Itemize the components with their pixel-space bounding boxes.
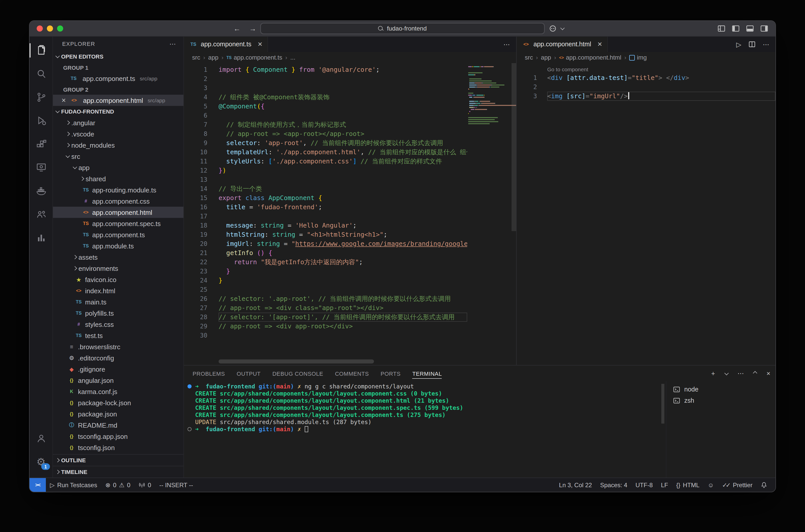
profile-icon[interactable] — [30, 426, 53, 450]
breadcrumb[interactable]: src›app›TSapp.component.ts›... — [184, 52, 516, 63]
code-line[interactable]: title = 'fudao-frontend'; — [219, 203, 467, 212]
code-line[interactable] — [219, 285, 467, 294]
maximize-panel-icon[interactable] — [751, 369, 760, 378]
terminal-instance-node[interactable]: node — [666, 384, 775, 395]
tree-file[interactable]: ⓘREADME.md — [53, 419, 183, 431]
code-line[interactable]: import { Component } from '@angular/core… — [219, 65, 467, 74]
panel-tab-ports[interactable]: PORTS — [381, 365, 400, 381]
code-line[interactable]: return "我是getInfo方法中返回的内容"; — [219, 258, 467, 267]
feedback-smiley[interactable]: ☺ — [703, 482, 718, 488]
toggle-panel-icon[interactable] — [746, 24, 754, 33]
open-editor-item[interactable]: TSapp.component.tssrc/app — [53, 73, 183, 84]
command-center-search[interactable]: fudao-frontend — [260, 23, 545, 34]
breadcrumb-item[interactable]: src — [525, 54, 533, 61]
terminal-instance-zsh[interactable]: zsh — [666, 395, 775, 406]
code-line[interactable] — [219, 175, 467, 184]
panel-tab-comments[interactable]: COMMENTS — [335, 365, 369, 381]
toggle-sidebar-icon[interactable] — [732, 24, 740, 33]
breadcrumb-item[interactable]: app — [208, 54, 218, 61]
layout-customize-icon[interactable] — [717, 24, 726, 33]
tree-file[interactable]: #styles.css — [53, 319, 183, 330]
chart-icon[interactable] — [30, 226, 53, 249]
tree-folder[interactable]: shared — [53, 173, 183, 184]
code-line[interactable]: getInfo () { — [219, 248, 467, 258]
terminal-scrollbar[interactable] — [661, 384, 664, 423]
tree-file[interactable]: {}package-lock.json — [53, 397, 183, 408]
panel-tab-problems[interactable]: PROBLEMS — [193, 365, 225, 381]
more-actions-icon[interactable]: ⋯ — [169, 40, 176, 48]
tree-file[interactable]: TSapp.component.ts — [53, 229, 183, 240]
tree-folder[interactable]: assets — [53, 251, 183, 263]
tree-file[interactable]: TSapp.component.spec.ts — [53, 218, 183, 229]
search-icon[interactable] — [30, 62, 53, 86]
vertical-scrollbar[interactable] — [512, 63, 516, 231]
command-pending-decoration-icon[interactable] — [187, 427, 191, 431]
code-line[interactable] — [219, 83, 467, 93]
open-editors-header[interactable]: OPEN EDITORS — [53, 51, 183, 62]
code-line[interactable]: message: string = 'Hello Angular'; — [219, 221, 467, 230]
close-icon[interactable]: ✕ — [60, 97, 67, 103]
more-actions-icon[interactable]: ⋯ — [504, 40, 510, 48]
minimize-window-button[interactable] — [47, 25, 53, 32]
more-actions-icon[interactable]: ⋯ — [763, 40, 769, 48]
panel-tab-output[interactable]: OUTPUT — [237, 365, 261, 381]
tree-folder[interactable]: .angular — [53, 117, 183, 128]
breadcrumb-item[interactable]: TSapp.component.ts — [226, 54, 282, 61]
code-line[interactable] — [219, 74, 467, 83]
tree-file[interactable]: TSpolyfills.ts — [53, 307, 183, 319]
settings-gear-icon[interactable]: ⚙ 1 — [30, 450, 53, 473]
indentation[interactable]: Spaces: 4 — [596, 481, 632, 489]
remote-explorer-icon[interactable] — [30, 156, 53, 179]
breadcrumb-item[interactable]: app — [541, 54, 551, 61]
source-control-icon[interactable] — [30, 86, 53, 109]
new-terminal-icon[interactable]: + — [711, 369, 715, 377]
cursor-position[interactable]: Ln 3, Col 22 — [555, 481, 596, 489]
breadcrumb[interactable]: src›app›<>app.component.html›img — [517, 52, 775, 63]
code-line[interactable]: templateUrl: './app.component.html', // … — [219, 148, 467, 157]
panel-tab-terminal[interactable]: TERMINAL — [412, 365, 442, 381]
tree-file[interactable]: TStest.ts — [53, 330, 183, 341]
code-line[interactable]: htmlString: string = "<h1>htmlString<h1>… — [219, 230, 467, 239]
forward-arrow-icon[interactable]: → — [249, 24, 256, 33]
close-icon[interactable]: ✕ — [258, 41, 263, 48]
problems-status[interactable]: ⊗ 0 ⚠ 0 — [101, 478, 134, 492]
tab-app-component-html[interactable]: <> app.component.html ✕ — [517, 37, 608, 52]
code-line[interactable]: // 组件类 被@Component装饰器装饰 — [219, 93, 467, 102]
tree-folder[interactable]: node_modules — [53, 139, 183, 151]
tree-file[interactable]: TSapp.module.ts — [53, 240, 183, 251]
language-mode[interactable]: {} HTML — [672, 481, 703, 489]
code-line[interactable] — [547, 82, 775, 92]
explorer-icon[interactable] — [30, 39, 53, 62]
eol-sequence[interactable]: LF — [657, 481, 672, 489]
tree-file[interactable]: ◆.gitignore — [53, 363, 183, 375]
open-editor-item[interactable]: ✕<>app.component.htmlsrc/app — [53, 95, 183, 106]
code-line[interactable] — [219, 212, 467, 221]
tree-folder[interactable]: .vscode — [53, 128, 183, 139]
run-debug-icon[interactable] — [30, 109, 53, 132]
code-line[interactable] — [219, 111, 467, 120]
tree-file[interactable]: <>app.component.html — [53, 207, 183, 218]
code-line[interactable]: // selector: '[app-root]', // 当前组件调用的时候你… — [219, 312, 467, 322]
terminal[interactable]: ➜ fudao-frontend git:(main) ✗ ng g c sha… — [184, 381, 666, 477]
tree-file[interactable]: <>index.html — [53, 285, 183, 296]
code-line[interactable]: // app-root => <app-root></app-root> — [219, 129, 467, 138]
tree-file[interactable]: {}angular.json — [53, 375, 183, 386]
code-line[interactable]: } — [219, 276, 467, 285]
vim-mode-indicator[interactable]: -- INSERT -- — [155, 478, 197, 492]
tree-folder[interactable]: src — [53, 151, 183, 162]
tree-file[interactable]: Kkarma.conf.js — [53, 386, 183, 397]
code-line[interactable]: // 导出一个类 — [219, 184, 467, 193]
code-line[interactable]: <img [src]="imgUrl"/> — [547, 92, 775, 101]
tree-file[interactable]: ≡.browserslistrc — [53, 341, 183, 352]
code-line[interactable]: // app-root => <div class="app-root"></d… — [219, 303, 467, 312]
code-line[interactable] — [219, 331, 467, 340]
code-line[interactable]: styleUrls: ['./app.component.css'] // 当前… — [219, 157, 467, 166]
tree-file[interactable]: {}tsconfig.json — [53, 442, 183, 453]
split-editor-icon[interactable] — [748, 41, 755, 48]
code-editor-html[interactable]: 123 Go to component<div [attr.data-test]… — [517, 63, 775, 365]
breadcrumb-item[interactable]: img — [629, 54, 647, 61]
breadcrumb-item[interactable]: ... — [290, 54, 295, 61]
ports-status[interactable]: 0 — [134, 478, 155, 492]
tab-app-component-ts[interactable]: TS app.component.ts ✕ — [184, 37, 268, 52]
terminal-profile-dropdown-icon[interactable] — [722, 369, 730, 378]
